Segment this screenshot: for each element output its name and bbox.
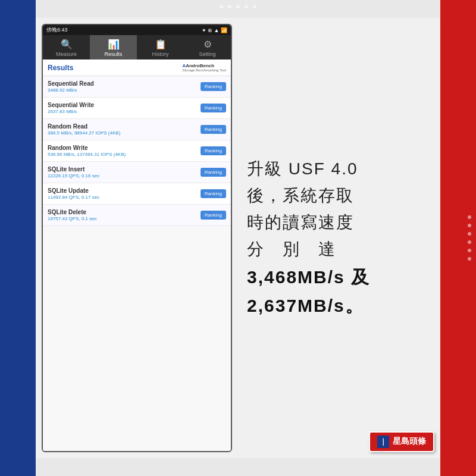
tab-setting[interactable]: ⚙ Setting [184, 35, 231, 60]
ranking-button[interactable]: Ranking [201, 82, 226, 91]
results-header: Results AAndroBench Storage Benchmarking… [43, 60, 231, 76]
ranking-button[interactable]: Ranking [201, 211, 226, 220]
tab-results-label: Results [104, 51, 122, 57]
brand-name: 星島頭條 [393, 436, 426, 446]
main-description: 升級 USF 4.0 後，系統存取 時的讀寫速度 分 別 達 3,468MB/s… [247, 156, 431, 320]
status-time: 傍晚6:43 [46, 26, 68, 34]
nav-tabs: 🔍 Measure 📊 Results 📋 History ⚙ Setting [43, 35, 231, 60]
brand-footer: ｜ 星島頭條 [369, 431, 434, 452]
benchmark-name: SQLite Update [48, 187, 99, 194]
benchmark-info: SQLite Insert 12226.15 QPS, 0.16 sec [48, 166, 99, 178]
text-line1: 升級 USF 4.0 [247, 156, 431, 183]
benchmark-info: Sequential Write 2637.83 MB/s [48, 102, 94, 114]
tab-measure-label: Measure [56, 51, 77, 57]
text-line5: 3,468MB/s 及 [247, 263, 431, 292]
tab-measure[interactable]: 🔍 Measure [43, 35, 90, 60]
ranking-button[interactable]: Ranking [201, 125, 226, 134]
benchmark-name: Random Write [48, 145, 126, 151]
measure-icon: 🔍 [61, 39, 73, 50]
benchmark-name: SQLite Delete [48, 209, 97, 215]
benchmark-item: SQLite Insert 12226.15 QPS, 0.16 sec Ran… [43, 162, 231, 183]
phone-screen: 傍晚6:43 ✦ ⊕ ▲ 📶 🔍 Measure 📊 Results 📋 His… [42, 24, 232, 452]
benchmark-name: Sequential Read [48, 80, 94, 87]
left-blue-bar [0, 0, 36, 476]
results-area: Results AAndroBench Storage Benchmarking… [43, 60, 231, 451]
benchmark-info: Sequential Read 3468.92 MB/s [48, 80, 94, 93]
benchmark-value: 536.96 MB/s, 137464.31 IOPS (4KB) [48, 152, 126, 157]
benchmark-value: 386.5 MB/s, 98944.27 IOPS (4KB) [48, 130, 120, 136]
history-icon: 📋 [155, 39, 167, 50]
right-dots [468, 215, 471, 261]
main-content: 傍晚6:43 ✦ ⊕ ▲ 📶 🔍 Measure 📊 Results 📋 His… [36, 18, 440, 458]
brand-prefix: ｜ [377, 436, 389, 448]
benchmark-name: SQLite Insert [48, 166, 99, 173]
tab-history[interactable]: 📋 History [137, 35, 184, 60]
benchmark-item: SQLite Delete 19757.42 QPS, 0.1 sec Rank… [43, 205, 231, 226]
benchmark-info: Random Write 536.96 MB/s, 137464.31 IOPS… [48, 145, 126, 157]
benchmark-value: 11492.84 QPS, 0.17 sec [48, 195, 99, 200]
benchmark-item: Sequential Write 2637.83 MB/s Ranking [43, 98, 231, 119]
tab-results[interactable]: 📊 Results [90, 35, 137, 60]
benchmark-value: 19757.42 QPS, 0.1 sec [48, 216, 97, 221]
ranking-button[interactable]: Ranking [201, 168, 226, 177]
benchmark-list: Sequential Read 3468.92 MB/s Ranking Seq… [43, 76, 231, 451]
ranking-button[interactable]: Ranking [201, 104, 226, 112]
benchmark-info: Random Read 386.5 MB/s, 98944.27 IOPS (4… [48, 123, 120, 136]
androbench-logo-sub: Storage Benchmarking Tool [182, 68, 226, 72]
benchmark-value: 12226.15 QPS, 0.16 sec [48, 173, 99, 178]
androbench-logo: AAndroBench Storage Benchmarking Tool [182, 63, 226, 72]
benchmark-item: Random Read 386.5 MB/s, 98944.27 IOPS (4… [43, 119, 231, 140]
tab-setting-label: Setting [199, 51, 215, 57]
text-line4: 分 別 達 [247, 236, 431, 263]
benchmark-item: Random Write 536.96 MB/s, 137464.31 IOPS… [43, 140, 231, 162]
phone-mockup: 傍晚6:43 ✦ ⊕ ▲ 📶 🔍 Measure 📊 Results 📋 His… [36, 18, 238, 458]
benchmark-item: Sequential Read 3468.92 MB/s Ranking [43, 76, 231, 98]
tab-history-label: History [152, 51, 168, 57]
benchmark-info: SQLite Update 11492.84 QPS, 0.17 sec [48, 187, 99, 200]
ranking-button[interactable]: Ranking [201, 146, 226, 155]
benchmark-value: 3468.92 MB/s [48, 87, 94, 93]
status-bar: 傍晚6:43 ✦ ⊕ ▲ 📶 [43, 25, 231, 35]
text-line2: 後，系統存取 [247, 183, 431, 209]
text-panel: 升級 USF 4.0 後，系統存取 時的讀寫速度 分 別 達 3,468MB/s… [238, 18, 440, 458]
results-title: Results [48, 64, 73, 72]
text-line3: 時的讀寫速度 [247, 209, 431, 236]
top-dots [220, 5, 256, 8]
benchmark-value: 2637.83 MB/s [48, 109, 94, 114]
text-line6: 2,637MB/s。 [247, 292, 431, 320]
results-icon: 📊 [108, 39, 120, 50]
status-icons: ✦ ⊕ ▲ 📶 [202, 27, 227, 33]
benchmark-name: Sequential Write [48, 102, 94, 108]
androbench-logo-main: AAndroBench [182, 63, 226, 68]
ranking-button[interactable]: Ranking [201, 189, 226, 198]
benchmark-info: SQLite Delete 19757.42 QPS, 0.1 sec [48, 209, 97, 221]
benchmark-name: Random Read [48, 123, 120, 130]
setting-icon: ⚙ [203, 39, 212, 50]
benchmark-item: SQLite Update 11492.84 QPS, 0.17 sec Ran… [43, 183, 231, 205]
